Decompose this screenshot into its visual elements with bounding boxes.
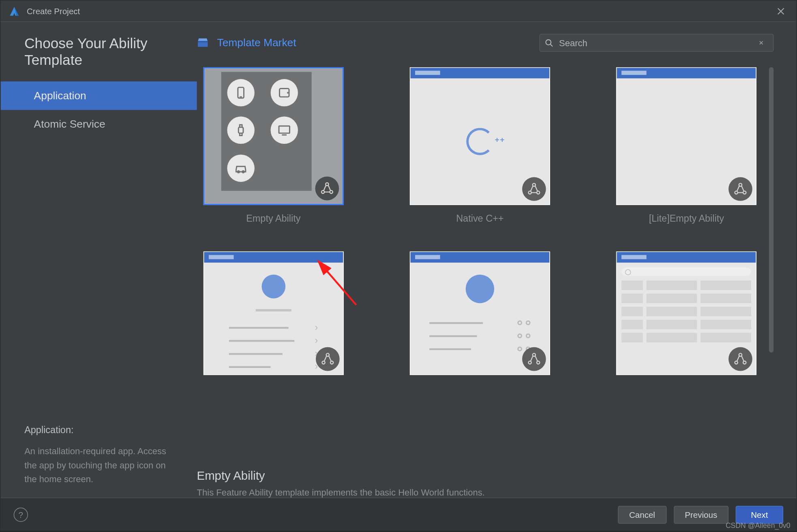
window-title: Create Project bbox=[27, 6, 80, 15]
sidebar-desc-text: An installation-required app. Access the… bbox=[24, 444, 179, 485]
close-button[interactable] bbox=[773, 3, 789, 19]
svg-rect-1 bbox=[198, 41, 208, 43]
share-badge-icon bbox=[729, 347, 753, 371]
previous-button[interactable]: Previous bbox=[673, 506, 728, 523]
search-input[interactable] bbox=[558, 37, 759, 49]
sidebar-tab-atomic-service[interactable]: Atomic Service bbox=[0, 110, 197, 138]
sidebar-tab-label: Application bbox=[34, 90, 86, 102]
footer: ? Cancel Previous Next bbox=[0, 498, 796, 531]
template-card[interactable] bbox=[403, 252, 557, 375]
create-project-window: Create Project Choose Your Ability Templ… bbox=[0, 0, 797, 531]
sidebar-tab-application[interactable]: Application bbox=[0, 81, 197, 110]
car-icon bbox=[227, 154, 254, 182]
svg-point-12 bbox=[326, 183, 328, 186]
sidebar-desc-title: Application: bbox=[24, 425, 197, 436]
close-icon bbox=[777, 7, 785, 15]
search-icon bbox=[545, 38, 553, 47]
cancel-button[interactable]: Cancel bbox=[618, 506, 666, 523]
search-box[interactable] bbox=[540, 34, 774, 52]
template-empty-ability[interactable]: Empty Ability bbox=[197, 67, 350, 224]
devstudio-logo-icon bbox=[8, 4, 21, 17]
scrollbar[interactable] bbox=[769, 67, 774, 353]
template-lite-empty-ability[interactable]: [Lite]Empty Ability bbox=[610, 67, 763, 224]
page-heading: Choose Your Ability Template bbox=[24, 35, 197, 68]
share-badge-icon bbox=[729, 177, 753, 201]
template-native-cpp[interactable]: ++ Native C++ bbox=[403, 67, 557, 224]
template-label: Empty Ability bbox=[246, 214, 300, 224]
template-card[interactable] bbox=[610, 252, 763, 375]
help-button[interactable]: ? bbox=[14, 507, 28, 521]
phone-icon bbox=[227, 79, 254, 106]
share-badge-icon bbox=[315, 177, 339, 201]
next-button[interactable]: Next bbox=[736, 506, 783, 523]
svg-point-21 bbox=[326, 353, 329, 356]
watch-icon bbox=[227, 117, 254, 144]
watermark: CSDN @Aileen_0v0 bbox=[726, 521, 791, 530]
templates-scroll-area: Empty Ability ++ bbox=[197, 67, 774, 454]
tv-icon bbox=[270, 117, 298, 144]
template-market-label: Template Market bbox=[217, 36, 296, 49]
clear-search-button[interactable] bbox=[759, 38, 768, 47]
main-panel: Template Market bbox=[197, 22, 797, 498]
tablet-icon bbox=[270, 79, 298, 106]
share-badge-icon bbox=[315, 347, 339, 371]
selection-title: Empty Ability bbox=[197, 469, 774, 483]
svg-point-24 bbox=[533, 353, 536, 356]
svg-rect-7 bbox=[238, 127, 243, 133]
svg-point-27 bbox=[739, 353, 742, 356]
share-badge-icon bbox=[522, 177, 546, 201]
close-icon bbox=[759, 39, 764, 47]
selection-desc: This Feature Ability template implements… bbox=[197, 487, 774, 498]
svg-rect-8 bbox=[279, 126, 289, 133]
template-card[interactable]: › › › › bbox=[197, 252, 350, 375]
help-icon: ? bbox=[19, 510, 23, 519]
topbar: Template Market bbox=[197, 34, 774, 52]
sidebar: Choose Your Ability Template Application… bbox=[0, 22, 197, 498]
selection-info: Empty Ability This Feature Ability templ… bbox=[197, 469, 774, 497]
svg-point-2 bbox=[546, 40, 551, 45]
cpp-icon: ++ bbox=[466, 128, 493, 155]
store-icon bbox=[197, 37, 209, 48]
sidebar-tabs: Application Atomic Service bbox=[0, 81, 197, 139]
template-label: Native C++ bbox=[456, 214, 503, 224]
template-market-link[interactable]: Template Market bbox=[197, 36, 296, 49]
svg-point-15 bbox=[533, 184, 536, 186]
titlebar: Create Project bbox=[0, 0, 796, 22]
template-label: [Lite]Empty Ability bbox=[649, 214, 724, 224]
sidebar-tab-label: Atomic Service bbox=[34, 118, 105, 130]
avatar-icon bbox=[261, 275, 285, 299]
templates-grid: Empty Ability ++ bbox=[197, 67, 763, 375]
share-badge-icon bbox=[522, 347, 546, 371]
svg-point-6 bbox=[287, 92, 288, 93]
svg-point-18 bbox=[739, 184, 742, 186]
